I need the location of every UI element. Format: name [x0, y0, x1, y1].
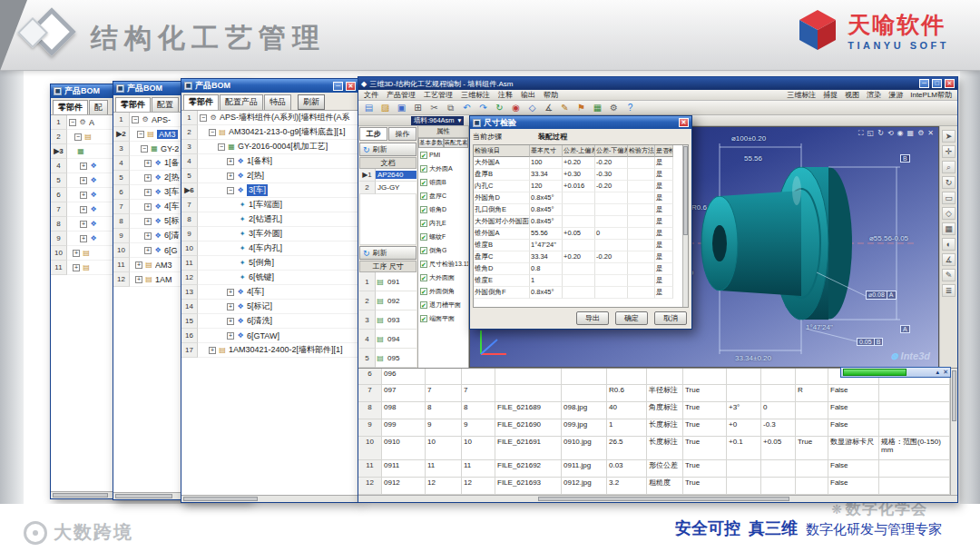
tree-row[interactable]: ▶6 − 3[车]	[181, 183, 358, 198]
prop-item[interactable]: ✔ 螺纹F	[418, 230, 468, 243]
op-row[interactable]: 2 ▤ 092	[359, 291, 416, 310]
dialog-row[interactable]: 锥角D 0.8 是	[474, 263, 688, 275]
tab[interactable]: 配	[89, 100, 108, 114]
table-row[interactable]: 10 0910 10 10 FILE_621691 0910.jpg 26.5 …	[358, 437, 950, 460]
prop-item[interactable]: ✔ 倒角G	[418, 243, 468, 257]
scrollbar-thumb[interactable]	[183, 497, 258, 501]
tree-toggle[interactable]: −	[74, 133, 82, 141]
tab[interactable]: 刷新	[298, 94, 325, 110]
checkbox-checked-icon[interactable]: ✔	[420, 206, 427, 213]
table-row[interactable]: 7 097 7 7 R0.6 半径标注 True R False	[358, 385, 950, 402]
tree-toggle[interactable]: −	[218, 143, 225, 151]
tab[interactable]: 基本参数	[418, 138, 444, 148]
print-icon[interactable]: ⊞	[412, 103, 424, 113]
record-icon[interactable]: ◉	[510, 103, 522, 113]
tab[interactable]: 零部件	[115, 97, 151, 112]
prop-item[interactable]: ✔ 外圆倒角	[418, 284, 468, 298]
rotate-icon[interactable]: ↻	[877, 129, 884, 138]
tree-toggle[interactable]: +	[227, 158, 234, 165]
refresh-icon[interactable]: ↻	[494, 103, 505, 113]
tree-toggle[interactable]: +	[227, 318, 234, 325]
zoom-icon[interactable]: ⌕	[942, 161, 956, 173]
refresh-button-2[interactable]: ↻刷新	[359, 246, 416, 260]
tree-row[interactable]: 9 3[车外圆]	[181, 227, 358, 242]
menu-item[interactable]: 文件	[364, 90, 378, 100]
tree-row[interactable]: 3 − GY-2016-0004[机加工艺]	[181, 140, 358, 154]
reset-icon[interactable]: ⟲	[887, 129, 894, 138]
table-row[interactable]: 9 099 9 9 FILE_621690 099.jpg 1 长度标注 Tru…	[358, 419, 950, 437]
model-combo[interactable]: 墙料:964Asm▾	[411, 116, 464, 125]
prop-item[interactable]: ✔ 端面平面	[418, 311, 468, 325]
menu-item[interactable]: 视图	[845, 90, 859, 100]
tree-toggle[interactable]: +	[227, 332, 234, 340]
dialog-row[interactable]: 外圆角D 0.8x45° 是	[474, 192, 688, 204]
tab[interactable]: 零部件	[183, 94, 219, 110]
dialog-row[interactable]: 孔口倒角E 0.8x45° 是	[474, 204, 688, 216]
tab[interactable]: 配置	[152, 97, 179, 112]
settings-icon[interactable]: ⚙	[608, 103, 620, 113]
iso-view-icon[interactable]: ◇	[942, 207, 956, 220]
open-icon[interactable]: ▨	[379, 103, 391, 113]
new-icon[interactable]: ▤	[363, 103, 375, 113]
dialog-row[interactable]: 盘厚C 33.34 +0.20 -0.20 是	[474, 251, 688, 263]
menu-item[interactable]: 产品管理	[387, 90, 416, 100]
prop-item[interactable]: ✔ PMI	[418, 148, 468, 162]
tree-toggle[interactable]: +	[80, 206, 87, 213]
table-row[interactable]: 11 0911 11 11 FILE_621692 0911.jpg 0.03 …	[358, 460, 950, 478]
measure-icon[interactable]: ∡	[543, 103, 554, 113]
prop-item[interactable]: ✔ 退刀槽平面	[418, 298, 468, 311]
dialog-row[interactable]: 锥外圆A 55.56 +0.05 0 是	[474, 228, 688, 240]
tree-toggle[interactable]: +	[80, 192, 87, 199]
prop-item[interactable]: ✔ 盘厚C	[418, 189, 468, 202]
checkbox-checked-icon[interactable]: ✔	[420, 274, 427, 281]
tree-row[interactable]: 15 + 6[清洗]	[181, 314, 358, 329]
checkbox-checked-icon[interactable]: ✔	[420, 261, 427, 268]
menu-item[interactable]: 捕捉	[823, 90, 838, 100]
tab[interactable]: 配置产品	[220, 94, 263, 110]
horizontal-scrollbar[interactable]	[358, 495, 957, 502]
prop-item[interactable]: ✔ 尺寸检验13.11-1	[418, 257, 468, 271]
tree-row[interactable]: 11 5[倒角]	[181, 256, 358, 271]
tree-row[interactable]: 8 2[钻通孔]	[181, 212, 358, 227]
dialog-button[interactable]: 取消	[654, 311, 687, 325]
menu-item[interactable]: 帮助	[544, 90, 558, 100]
tree-toggle[interactable]: +	[227, 289, 234, 296]
dialog-row[interactable]: 大外圆对小外圆面的 0.8x45° 是	[474, 216, 688, 228]
maximize-button[interactable]: □	[932, 79, 942, 88]
op-row[interactable]: 1 ▤ 091	[359, 272, 416, 291]
pan-icon[interactable]: ✛	[942, 145, 956, 158]
tree-toggle[interactable]: +	[144, 247, 152, 254]
checkbox-checked-icon[interactable]: ✔	[420, 152, 427, 159]
undo-icon[interactable]: ↶	[461, 103, 473, 113]
rotate-icon[interactable]: ↻	[942, 176, 956, 189]
dialog-button[interactable]: 确定	[615, 311, 648, 325]
doc-row[interactable]: ▶1 AP2640	[359, 169, 416, 182]
tree-row[interactable]: 7 1[车端面]	[181, 198, 358, 212]
center-icon[interactable]: ◉	[897, 129, 904, 138]
scrollbar-thumb[interactable]	[53, 493, 108, 498]
scrollbar-thumb[interactable]	[538, 497, 789, 501]
menu-item[interactable]: 输出	[521, 90, 535, 100]
tree-row[interactable]: 16 + 6[GTAW]	[181, 329, 358, 343]
tree-toggle[interactable]: +	[227, 172, 234, 180]
tree-toggle[interactable]: +	[227, 303, 234, 310]
prop-item[interactable]: ✔ 内孔E	[418, 216, 468, 230]
tree-toggle[interactable]: +	[209, 347, 216, 354]
tree-toggle[interactable]: −	[132, 116, 139, 123]
save-icon[interactable]: ▣	[396, 103, 407, 113]
copy-icon[interactable]: ⧉	[445, 103, 456, 113]
table-row[interactable]: 8 098 8 8 FILE_621689 098.jpg 40 角度标注 Tr…	[358, 402, 950, 419]
tree-toggle[interactable]: −	[137, 131, 144, 138]
scrollbar-thumb[interactable]	[683, 146, 688, 235]
checkbox-checked-icon[interactable]: ✔	[420, 179, 427, 186]
menu-item[interactable]: 工艺管理	[424, 90, 453, 100]
grid-icon[interactable]: ▦	[907, 129, 915, 138]
close-button[interactable]: ✕	[346, 82, 356, 91]
table-row[interactable]: 12 0912 12 12 FILE_621693 0912.jpg 3.2 粗…	[358, 478, 950, 495]
tree-row[interactable]: 4 + 1[备料]	[181, 154, 358, 169]
tree-row[interactable]: 12 6[铣键]	[181, 271, 358, 285]
tree-row[interactable]: 13 + 4[车]	[181, 285, 358, 300]
prop-item[interactable]: ✔ 大外圆面	[418, 271, 468, 284]
cut-icon[interactable]: ✂	[428, 103, 440, 113]
tree-toggle[interactable]: −	[69, 119, 76, 126]
